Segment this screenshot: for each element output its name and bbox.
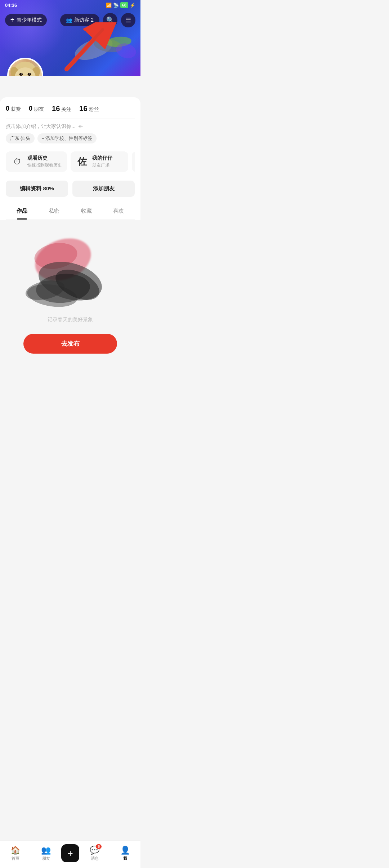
signal-icon: 📶 xyxy=(106,3,112,8)
quick-actions: ⏱ 观看历史 快速找到观看历史 佐 我的仔仔 朋友广场 🔖 收藏夹 我的收藏 xyxy=(6,149,135,177)
tab-works[interactable]: 作品 xyxy=(6,203,38,220)
umbrella-icon: ☂ xyxy=(10,17,15,23)
tab-likes[interactable]: 喜欢 xyxy=(103,203,135,220)
action-buttons: 编辑资料 80% 添加朋友 xyxy=(6,177,135,203)
my-friend-sub: 朋友广场 xyxy=(92,162,112,168)
add-tags-label: 添加学校、性别等标签 xyxy=(45,135,92,142)
friend-icon: 佐 xyxy=(76,155,89,168)
stat-friends[interactable]: 0 朋友 xyxy=(29,105,44,112)
clock-icon: ⏱ xyxy=(11,155,24,168)
wifi-icon: 📡 xyxy=(113,3,119,8)
watch-history-sub: 快速找到观看历史 xyxy=(27,162,62,168)
battery-indicator: 68 xyxy=(120,2,128,8)
plus-icon: + xyxy=(42,136,45,141)
publish-button[interactable]: 去发布 xyxy=(23,334,117,354)
dog-avatar-svg xyxy=(9,59,42,76)
status-bar: 04:36 📶 📡 68 ⚡ xyxy=(0,0,140,10)
followers-label: 粉丝 xyxy=(89,106,99,113)
likes-label: 获赞 xyxy=(11,106,21,112)
menu-icon: ☰ xyxy=(125,16,131,24)
my-friend-card[interactable]: 佐 我的仔仔 朋友广场 xyxy=(71,151,128,172)
following-label: 关注 xyxy=(61,106,71,113)
tab-favorites[interactable]: 收藏 xyxy=(70,203,103,220)
friends-count: 0 xyxy=(29,105,32,112)
watch-history-title: 观看历史 xyxy=(27,155,62,161)
bio-row[interactable]: 点击添加介绍，让大家认识你... ✏ xyxy=(6,119,135,133)
stat-following[interactable]: 16 关注 xyxy=(52,105,71,113)
content-area: 记录春天的美好景象 去发布 xyxy=(0,220,140,364)
menu-button[interactable]: ☰ xyxy=(121,13,135,27)
search-icon: 🔍 xyxy=(106,16,114,24)
visitors-icon: 👥 xyxy=(66,17,72,23)
avatar-wrapper xyxy=(7,58,43,76)
bookmark-card[interactable]: 🔖 收藏夹 我的收藏 xyxy=(132,151,135,172)
header-right: 👥 新访客 2 🔍 ☰ xyxy=(60,13,135,27)
banner-paint-strokes xyxy=(72,31,137,68)
edit-bio-icon[interactable]: ✏ xyxy=(79,124,83,129)
hero-banner: ☂ 青少年模式 👥 新访客 2 🔍 ☰ xyxy=(0,0,140,76)
status-right: 📶 📡 68 ⚡ xyxy=(106,2,135,8)
avatar-image xyxy=(9,59,42,76)
add-tags-button[interactable]: + 添加学校、性别等标签 xyxy=(37,133,97,143)
new-visitor-label: 新访客 2 xyxy=(74,17,94,23)
status-time: 04:36 xyxy=(5,3,17,8)
location-tag[interactable]: 广东·汕头 xyxy=(6,133,35,143)
teen-mode-button[interactable]: ☂ 青少年模式 xyxy=(5,14,47,26)
paint-decoration xyxy=(23,234,117,314)
new-visitor-button[interactable]: 👥 新访客 2 xyxy=(60,14,99,26)
friends-label: 朋友 xyxy=(34,106,44,112)
content-hint: 记录春天的美好景象 xyxy=(48,316,93,323)
lightning-icon: ⚡ xyxy=(130,3,135,8)
svg-point-7 xyxy=(21,74,22,75)
likes-count: 0 xyxy=(6,105,9,112)
following-count: 16 xyxy=(52,105,60,113)
tags-row: 广东·汕头 + 添加学校、性别等标签 xyxy=(6,133,135,149)
followers-count: 16 xyxy=(79,105,87,113)
add-friend-button[interactable]: 添加朋友 xyxy=(72,181,135,197)
search-button[interactable]: 🔍 xyxy=(103,13,117,27)
bio-text: 点击添加介绍，让大家认识你... xyxy=(6,123,76,130)
content-tabs: 作品 私密 收藏 喜欢 xyxy=(6,203,135,220)
edit-profile-button[interactable]: 编辑资料 80% xyxy=(6,181,68,197)
teen-mode-label: 青少年模式 xyxy=(17,17,42,23)
tab-private[interactable]: 私密 xyxy=(38,203,71,220)
profile-info: 0 获赞 0 朋友 16 关注 16 粉丝 点击添加介绍，让大家认识你... ✏… xyxy=(0,97,140,220)
my-friend-title: 我的仔仔 xyxy=(92,155,112,161)
stat-likes[interactable]: 0 获赞 xyxy=(6,105,21,112)
stat-followers[interactable]: 16 粉丝 xyxy=(79,105,99,113)
stats-row: 0 获赞 0 朋友 16 关注 16 粉丝 xyxy=(6,105,135,119)
watch-history-card[interactable]: ⏱ 观看历史 快速找到观看历史 xyxy=(6,151,67,172)
svg-point-8 xyxy=(29,74,30,75)
header: ☂ 青少年模式 👥 新访客 2 🔍 ☰ xyxy=(0,10,140,30)
avatar[interactable] xyxy=(7,58,43,76)
